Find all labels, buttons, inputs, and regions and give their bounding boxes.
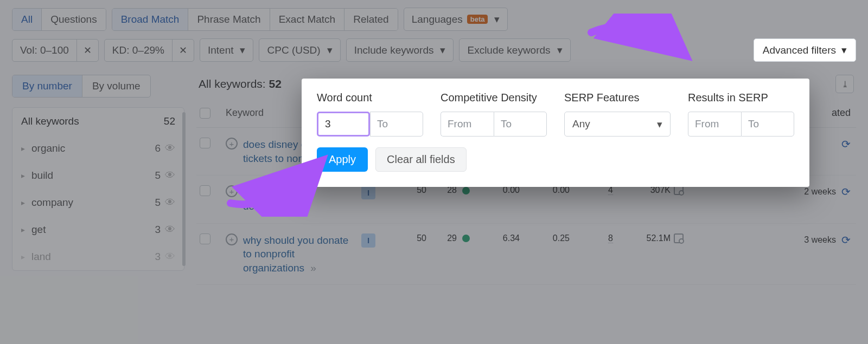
filter-kd: KD: 0–29% ✕: [104, 39, 194, 62]
cell-updated: 2 weeks: [804, 187, 836, 197]
chevron-right-icon: ▸: [21, 171, 25, 180]
cell-serp-features[interactable]: 8: [608, 233, 613, 243]
clear-volume-icon[interactable]: ✕: [76, 40, 98, 61]
eye-icon: 👁: [165, 142, 175, 154]
chevron-right-icon: ▸: [21, 198, 25, 207]
ris-from-input[interactable]: [688, 112, 741, 137]
sidebar-item-company[interactable]: ▸company 5👁: [12, 189, 184, 216]
results-count: All keywords: 52: [199, 77, 282, 90]
advanced-filters-popover: Word count Competitive Density SERP Feat…: [302, 79, 809, 187]
cell-cpc: 6.34: [470, 233, 520, 243]
chevron-down-icon: ▾: [240, 44, 245, 56]
match-tabs: All Questions: [12, 8, 106, 31]
cd-from-input[interactable]: [441, 112, 494, 137]
chevron-down-icon: ▾: [440, 44, 445, 56]
sidebar-item-get[interactable]: ▸get 3👁: [12, 216, 184, 243]
apply-button[interactable]: Apply: [317, 147, 368, 172]
clear-all-fields-button[interactable]: Clear all fields: [375, 147, 467, 172]
eye-icon: 👁: [165, 170, 175, 181]
tab-exact-match[interactable]: Exact Match: [270, 9, 345, 30]
intent-badge: I: [361, 185, 375, 199]
select-all-checkbox[interactable]: [200, 108, 210, 119]
filter-kd-label: KD: 0–29%: [105, 40, 172, 61]
sidebar-sort-toggle: By number By volume: [12, 75, 151, 98]
chevron-down-icon: ▾: [494, 13, 500, 25]
cd-to-input[interactable]: [494, 112, 547, 137]
tab-broad-match[interactable]: Broad Match: [112, 9, 189, 30]
sidebar-all-keywords[interactable]: All keywords 52: [12, 108, 184, 135]
languages-dropdown[interactable]: Languages beta ▾: [404, 8, 508, 31]
chevron-right-icon: ▸: [21, 144, 25, 153]
sort-by-volume[interactable]: By volume: [82, 75, 150, 97]
filter-volume: Vol: 0–100 ✕: [12, 39, 99, 62]
match-tabs-2: Broad Match Phrase Match Exact Match Rel…: [112, 8, 398, 31]
chevron-right-icon: ▸: [21, 252, 25, 261]
languages-label: Languages: [412, 14, 463, 25]
serp-features-select[interactable]: Any▾: [564, 112, 671, 137]
cell-kd: 29: [426, 233, 470, 243]
refresh-icon[interactable]: ⟳: [841, 138, 851, 151]
sidebar-item-land[interactable]: ▸land 3👁: [12, 243, 184, 270]
kd-dot-icon: [462, 187, 470, 194]
keyword-link[interactable]: nonprofit crypto donations »: [243, 185, 357, 213]
chevron-down-icon: ▾: [657, 118, 662, 131]
chevron-down-icon: ▾: [327, 44, 333, 56]
row-checkbox[interactable]: [200, 185, 210, 196]
chevron-right-icon: ▸: [21, 225, 25, 234]
table-row: + why should you donate to nonprofit org…: [196, 224, 856, 285]
tab-related[interactable]: Related: [344, 9, 398, 30]
chevrons-icon: »: [310, 262, 316, 274]
clear-kd-icon[interactable]: ✕: [172, 40, 194, 61]
refresh-icon[interactable]: ⟳: [841, 233, 851, 246]
eye-icon: 👁: [165, 251, 175, 263]
serp-snapshot-icon[interactable]: [674, 233, 684, 243]
filter-include-keywords[interactable]: Include keywords▾: [346, 38, 454, 62]
eye-icon: 👁: [165, 197, 175, 209]
sidebar: By number By volume All keywords 52 ▸org…: [12, 75, 184, 285]
intent-badge: I: [361, 233, 375, 248]
cell-cd: 0.25: [520, 233, 570, 243]
refresh-icon[interactable]: ⟳: [841, 185, 851, 198]
add-keyword-icon[interactable]: +: [226, 138, 238, 150]
keyword-link[interactable]: why should you donate to nonprofit organ…: [243, 233, 357, 275]
cell-volume: 50: [383, 233, 426, 243]
kd-dot-icon: [462, 235, 470, 242]
cell-results: 52.1M: [613, 233, 684, 243]
sidebar-item-organic[interactable]: ▸organic 6👁: [12, 135, 184, 162]
filter-volume-label: Vol: 0–100: [12, 40, 76, 61]
word-count-from-input[interactable]: [317, 112, 370, 137]
label-results-in-serp: Results in SERP: [688, 92, 794, 104]
filter-intent[interactable]: Intent▾: [200, 38, 254, 62]
chevrons-icon: »: [294, 200, 300, 212]
filter-cpc[interactable]: CPC (USD)▾: [259, 38, 340, 62]
row-checkbox[interactable]: [200, 233, 210, 244]
filter-exclude-keywords[interactable]: Exclude keywords▾: [459, 38, 570, 62]
tab-all[interactable]: All: [12, 9, 42, 30]
word-count-to-input[interactable]: [370, 112, 423, 137]
label-serp-features: SERP Features: [564, 92, 671, 104]
beta-badge: beta: [467, 15, 488, 24]
add-keyword-icon[interactable]: +: [226, 233, 238, 245]
advanced-filters-button[interactable]: Advanced filters▾: [754, 38, 856, 62]
label-competitive-density: Competitive Density: [441, 92, 547, 104]
export-button[interactable]: ⤓: [835, 75, 854, 93]
cell-updated: 3 weeks: [804, 235, 836, 245]
tab-questions[interactable]: Questions: [42, 9, 106, 30]
label-word-count: Word count: [317, 92, 423, 104]
tab-phrase-match[interactable]: Phrase Match: [188, 9, 270, 30]
ris-to-input[interactable]: [741, 112, 794, 137]
row-checkbox[interactable]: [200, 138, 210, 148]
sidebar-item-build[interactable]: ▸build 5👁: [12, 162, 184, 189]
eye-icon: 👁: [165, 224, 175, 236]
sort-by-number[interactable]: By number: [12, 75, 82, 97]
chevron-down-icon: ▾: [841, 44, 847, 56]
add-keyword-icon[interactable]: +: [226, 185, 238, 197]
chevron-down-icon: ▾: [557, 44, 563, 56]
